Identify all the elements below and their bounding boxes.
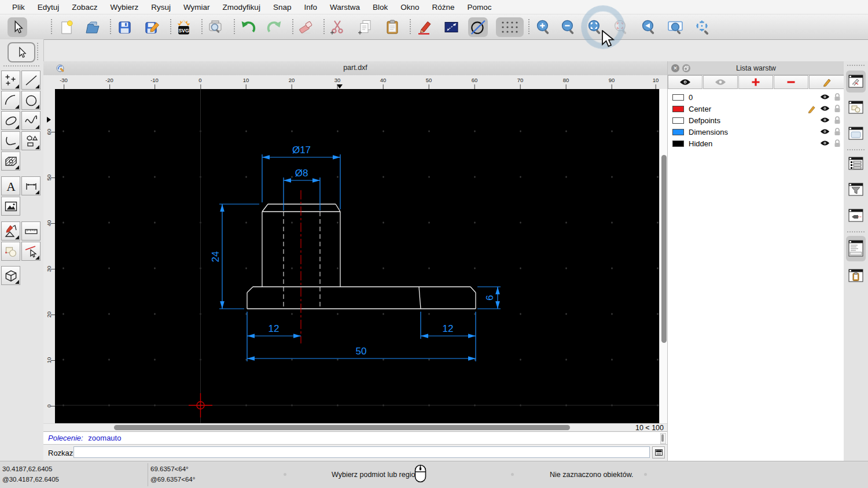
polylines-tool-button[interactable] — [1, 131, 20, 150]
paste-button[interactable] — [382, 17, 402, 37]
zoom-window-button[interactable] — [665, 17, 685, 37]
layer-visibility-toggle[interactable] — [820, 117, 830, 123]
drawing-canvas[interactable]: Ø17 Ø8 24 12 12 50 6 — [55, 89, 659, 423]
layer-add-button[interactable] — [738, 75, 773, 89]
new-document-button[interactable] — [56, 17, 76, 37]
pen-palette-toggle[interactable] — [846, 71, 866, 93]
layer-row[interactable]: Center — [668, 103, 844, 115]
menu-item-rysuj[interactable]: Rysuj — [145, 3, 177, 12]
select-arrow-button[interactable] — [8, 17, 27, 37]
zoom-pan-button[interactable] — [693, 17, 712, 37]
v-scrollbar-thumb[interactable] — [661, 155, 667, 343]
menu-item-pomoc[interactable]: Pomoc — [461, 3, 498, 12]
export-svg-button[interactable]: SVG — [174, 17, 193, 37]
edit-entity-button[interactable] — [414, 17, 434, 37]
layer-lock-toggle[interactable] — [834, 93, 841, 101]
measure-tool-button[interactable] — [21, 221, 41, 241]
shape-palette-toggle[interactable] — [846, 97, 866, 119]
image-tool-button[interactable] — [1, 197, 20, 216]
menu-item-info[interactable]: Info — [297, 3, 323, 12]
snap-distance-button[interactable] — [442, 17, 461, 37]
save-as-button[interactable] — [142, 17, 161, 37]
layer-list-toggle[interactable] — [846, 153, 866, 175]
layer-color-swatch[interactable] — [672, 117, 684, 124]
selection-window-tool-button[interactable] — [1, 242, 20, 261]
zoom-auto-button[interactable] — [585, 17, 605, 37]
layer-visibility-toggle[interactable] — [820, 140, 830, 146]
redo-button[interactable] — [264, 17, 284, 37]
zoom-in-button[interactable] — [534, 17, 553, 37]
block-3d-tool-button[interactable] — [1, 266, 20, 285]
filter-toggle[interactable] — [846, 179, 866, 201]
layer-lock-toggle[interactable] — [834, 105, 841, 113]
layers-hide-all-button[interactable] — [703, 75, 738, 89]
open-file-button[interactable] — [83, 17, 102, 37]
layer-edit-button[interactable] — [809, 75, 844, 89]
copy-button[interactable] — [355, 17, 375, 37]
menu-item-zobacz[interactable]: Zobacz — [65, 3, 104, 12]
dimensions-tool-button[interactable] — [21, 176, 41, 195]
select-tool-button[interactable] — [8, 42, 35, 62]
arcs-tool-button[interactable] — [1, 91, 20, 110]
svg-text:A: A — [6, 179, 16, 193]
layer-color-swatch[interactable] — [672, 141, 684, 147]
save-button[interactable] — [115, 17, 134, 37]
snap-free-button[interactable] — [468, 17, 488, 37]
menu-item-snap[interactable]: Snap — [267, 3, 298, 12]
layer-color-swatch[interactable] — [672, 129, 684, 135]
clipboard-toggle[interactable] — [846, 265, 866, 287]
dock-separator — [847, 231, 865, 232]
layer-color-swatch[interactable] — [672, 106, 684, 112]
menu-item-plik[interactable]: Plik — [6, 3, 31, 12]
menu-item-edytuj[interactable]: Edytuj — [31, 3, 66, 12]
layer-lock-toggle[interactable] — [834, 128, 841, 136]
zoom-selection-button[interactable] — [611, 17, 631, 37]
polygons-tool-button[interactable] — [21, 131, 41, 150]
layer-row[interactable]: Hidden — [668, 138, 844, 150]
command-widget-toggle[interactable] — [846, 236, 866, 261]
measurement-toggle[interactable] — [846, 205, 866, 227]
layer-row[interactable]: Defpoints — [668, 115, 844, 127]
v-ruler-tick — [51, 132, 55, 132]
preview-palette-toggle[interactable] — [846, 123, 866, 145]
h-scrollbar-thumb[interactable] — [114, 425, 570, 430]
circle-slash-icon — [469, 19, 487, 36]
snap-grid-button[interactable] — [496, 17, 524, 37]
cut-button[interactable] — [328, 17, 347, 37]
layer-lock-toggle[interactable] — [834, 139, 841, 147]
points-tool-button[interactable] — [1, 71, 20, 90]
entity-pick-tool-button[interactable] — [21, 242, 41, 261]
circles-tool-button[interactable] — [21, 91, 41, 110]
menu-item-wybierz[interactable]: Wybierz — [104, 3, 145, 12]
undo-button[interactable] — [238, 17, 258, 37]
menu-item-zmodyfikuj[interactable]: Zmodyfikuj — [216, 3, 267, 12]
text-tool-button[interactable]: A — [1, 176, 20, 195]
librecad-window: Plik Edytuj Zobacz Wybierz Rysuj Wymiar … — [0, 0, 868, 488]
layer-visibility-toggle[interactable] — [820, 105, 830, 112]
zoom-previous-button[interactable] — [639, 17, 659, 37]
command-keyboard-button[interactable] — [652, 446, 665, 459]
modify-tool-button[interactable] — [1, 221, 20, 241]
layer-visibility-toggle[interactable] — [820, 94, 830, 100]
layer-row[interactable]: 0 — [668, 92, 844, 103]
menu-item-okno[interactable]: Okno — [394, 3, 425, 12]
layers-show-all-button[interactable] — [668, 75, 703, 89]
menu-item-rozne[interactable]: Różne — [426, 3, 461, 12]
ellipses-tool-button[interactable] — [1, 111, 20, 130]
hatch-tool-button[interactable] — [1, 151, 20, 171]
command-input[interactable] — [73, 446, 650, 458]
menu-item-blok[interactable]: Blok — [366, 3, 394, 12]
layer-visibility-toggle[interactable] — [820, 128, 830, 135]
layer-row[interactable]: Dimensions — [668, 127, 844, 138]
menu-item-wymiar[interactable]: Wymiar — [177, 3, 216, 12]
zoom-out-button[interactable] — [558, 17, 578, 37]
layer-lock-toggle[interactable] — [834, 116, 841, 124]
splines-tool-button[interactable] — [21, 111, 41, 130]
menu-item-warstwa[interactable]: Warstwa — [323, 3, 366, 12]
layer-color-swatch[interactable] — [672, 94, 684, 101]
print-preview-button[interactable] — [205, 17, 225, 37]
layer-remove-button[interactable] — [774, 75, 808, 89]
lines-tool-button[interactable] — [21, 71, 41, 90]
command-scrollbar-thumb[interactable] — [661, 434, 664, 442]
delete-button[interactable] — [297, 17, 317, 37]
